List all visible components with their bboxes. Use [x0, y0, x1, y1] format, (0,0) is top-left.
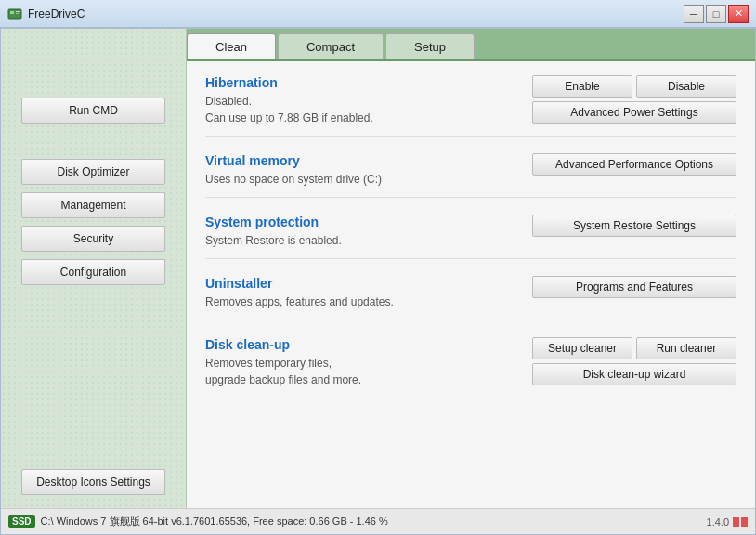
disable-button[interactable]: Disable: [636, 75, 736, 98]
ssd-badge: SSD: [8, 515, 35, 528]
uninstaller-desc: Removes apps, features and updates.: [205, 294, 514, 310]
programs-and-features-button[interactable]: Programs and Features: [532, 276, 736, 298]
vblock-1: [733, 517, 739, 527]
virtual-memory-section: Virtual memory Uses no space on system d…: [205, 153, 736, 198]
main-window: Run CMD Disk Optimizer Management Securi…: [0, 28, 756, 535]
vblock-2: [741, 517, 748, 527]
system-protection-title: System protection: [205, 215, 514, 229]
version-label: 1.4.0: [707, 516, 729, 528]
sidebar-item-disk-optimizer[interactable]: Disk Optimizer: [21, 159, 165, 185]
content-area: Run CMD Disk Optimizer Management Securi…: [1, 29, 755, 508]
hibernation-actions: Enable Disable Advanced Power Settings: [532, 75, 736, 124]
disk-cleanup-row1: Setup cleaner Run cleaner: [532, 337, 736, 359]
tab-compact[interactable]: Compact: [278, 33, 384, 59]
hibernation-title: Hibernation: [205, 75, 514, 90]
tab-setup[interactable]: Setup: [385, 33, 475, 59]
system-protection-section: System protection System Restore is enab…: [205, 215, 736, 259]
tabs-bar: Clean Compact Setup: [187, 29, 755, 61]
status-left: SSD C:\ Windows 7 旗舰版 64-bit v6.1.7601.6…: [8, 515, 388, 528]
version-blocks: [733, 517, 748, 527]
system-protection-actions: System Restore Settings: [532, 215, 736, 237]
hibernation-section: Hibernation Disabled.Can use up to 7.88 …: [205, 75, 736, 137]
sidebar-item-management[interactable]: Management: [21, 192, 165, 218]
status-right: 1.4.0: [707, 516, 748, 528]
advanced-power-settings-button[interactable]: Advanced Power Settings: [532, 101, 736, 124]
advanced-performance-options-button[interactable]: Advanced Performance Options: [532, 153, 736, 176]
sidebar: Run CMD Disk Optimizer Management Securi…: [1, 29, 187, 508]
virtual-memory-info: Virtual memory Uses no space on system d…: [205, 153, 532, 188]
system-protection-info: System protection System Restore is enab…: [205, 215, 532, 249]
status-info: C:\ Windows 7 旗舰版 64-bit v6.1.7601.65536…: [41, 515, 388, 528]
window-controls: ─ □ ✕: [684, 5, 749, 23]
sidebar-item-security[interactable]: Security: [21, 226, 165, 252]
sidebar-item-configuration[interactable]: Configuration: [21, 259, 165, 285]
uninstaller-actions: Programs and Features: [532, 276, 736, 298]
disk-cleanup-section: Disk clean-up Removes temporary files,up…: [205, 337, 736, 398]
app-icon: [7, 7, 22, 21]
hibernation-row1: Enable Disable: [532, 75, 736, 98]
disk-cleanup-wizard-button[interactable]: Disk clean-up wizard: [532, 363, 736, 385]
enable-button[interactable]: Enable: [532, 75, 632, 98]
uninstaller-title: Uninstaller: [205, 276, 514, 291]
virtual-memory-title: Virtual memory: [205, 153, 514, 168]
system-restore-settings-button[interactable]: System Restore Settings: [532, 215, 736, 237]
setup-cleaner-button[interactable]: Setup cleaner: [532, 337, 632, 359]
status-bar: SSD C:\ Windows 7 旗舰版 64-bit v6.1.7601.6…: [1, 508, 755, 534]
disk-cleanup-title: Disk clean-up: [205, 337, 514, 352]
virtual-memory-desc: Uses no space on system drive (C:): [205, 171, 514, 188]
virtual-memory-actions: Advanced Performance Options: [532, 153, 736, 176]
tab-clean[interactable]: Clean: [187, 33, 276, 59]
svg-rect-2: [16, 11, 20, 12]
disk-cleanup-actions: Setup cleaner Run cleaner Disk clean-up …: [532, 337, 736, 385]
sidebar-item-run-cmd[interactable]: Run CMD: [21, 98, 165, 124]
run-cleaner-button[interactable]: Run cleaner: [636, 337, 736, 359]
sidebar-item-desktop-icons-settings[interactable]: Desktop Icons Settings: [21, 469, 165, 495]
close-button[interactable]: ✕: [728, 5, 749, 23]
main-content: Hibernation Disabled.Can use up to 7.88 …: [187, 61, 755, 508]
uninstaller-section: Uninstaller Removes apps, features and u…: [205, 276, 736, 320]
maximize-button[interactable]: □: [706, 5, 726, 23]
minimize-button[interactable]: ─: [684, 5, 704, 23]
title-bar: FreeDriveC ─ □ ✕: [0, 0, 756, 28]
hibernation-info: Hibernation Disabled.Can use up to 7.88 …: [205, 75, 532, 126]
tabs-and-content: Clean Compact Setup Hibernation Disabled…: [187, 29, 755, 508]
svg-rect-3: [16, 13, 19, 14]
system-protection-desc: System Restore is enabled.: [205, 232, 514, 249]
app-title: FreeDriveC: [28, 7, 85, 20]
disk-cleanup-desc: Removes temporary files,upgrade backup f…: [205, 355, 514, 388]
disk-cleanup-info: Disk clean-up Removes temporary files,up…: [205, 337, 532, 388]
uninstaller-info: Uninstaller Removes apps, features and u…: [205, 276, 532, 310]
hibernation-desc: Disabled.Can use up to 7.88 GB if enable…: [205, 93, 514, 126]
svg-rect-1: [10, 11, 14, 14]
